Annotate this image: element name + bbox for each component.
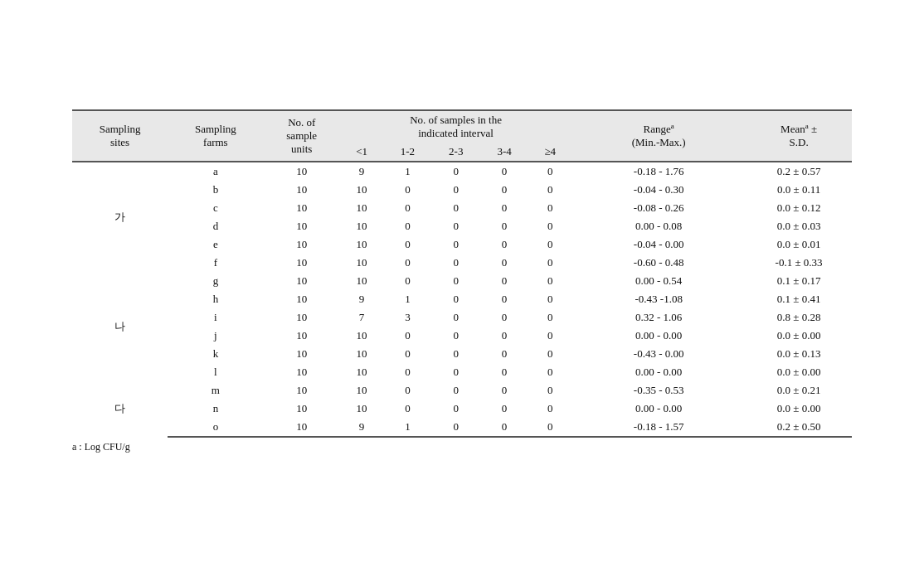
cell-farm: l [168, 363, 263, 381]
cell-interval: 0 [480, 363, 528, 381]
header-range: Rangea(Min.-Max.) [571, 110, 746, 162]
table-row: 다m10100000-0.35 - 0.530.0 ± 0.21 [72, 381, 852, 400]
cell-interval: 0 [432, 254, 480, 272]
cell-farm: a [168, 162, 263, 181]
cell-range: -0.43 -1.08 [571, 290, 746, 308]
cell-mean: 0.0 ± 0.00 [746, 327, 852, 345]
cell-units: 10 [264, 235, 340, 254]
cell-interval: 0 [480, 254, 528, 272]
cell-farm: j [168, 327, 263, 345]
cell-mean: 0.0 ± 0.12 [746, 199, 852, 217]
cell-mean: 0.0 ± 0.01 [746, 235, 852, 254]
table-row: e10100000-0.04 - 0.000.0 ± 0.01 [72, 235, 852, 254]
cell-range: 0.00 - 0.00 [571, 363, 746, 381]
cell-interval: 0 [528, 181, 571, 199]
header-sampling-farms: Samplingfarms [168, 110, 263, 162]
cell-interval: 0 [528, 272, 571, 290]
cell-range: 0.00 - 0.08 [571, 217, 746, 235]
cell-mean: 0.2 ± 0.57 [746, 162, 852, 181]
cell-units: 10 [264, 345, 340, 363]
cell-interval: 1 [383, 418, 431, 437]
cell-interval: 10 [340, 254, 383, 272]
cell-mean: 0.0 ± 0.00 [746, 400, 852, 418]
cell-interval: 10 [340, 235, 383, 254]
cell-interval: 0 [480, 345, 528, 363]
cell-farm: n [168, 400, 263, 418]
cell-interval: 0 [432, 363, 480, 381]
cell-interval: 0 [383, 217, 431, 235]
header-sample-units: No. ofsampleunits [264, 110, 340, 162]
cell-interval: 10 [340, 181, 383, 199]
cell-interval: 0 [432, 308, 480, 327]
cell-mean: 0.8 ± 0.28 [746, 308, 852, 327]
cell-mean: 0.0 ± 0.11 [746, 181, 852, 199]
cell-units: 10 [264, 162, 340, 181]
table-row: 가a1091000-0.18 - 1.760.2 ± 0.57 [72, 162, 852, 181]
cell-interval: 10 [340, 327, 383, 345]
cell-farm: h [168, 290, 263, 308]
cell-interval: 0 [480, 162, 528, 181]
cell-interval: 0 [383, 181, 431, 199]
cell-interval: 0 [480, 327, 528, 345]
header-3-4: 3-4 [480, 143, 528, 162]
cell-interval: 0 [383, 363, 431, 381]
cell-interval: 0 [383, 345, 431, 363]
cell-interval: 0 [480, 235, 528, 254]
cell-farm: g [168, 272, 263, 290]
cell-range: -0.60 - 0.48 [571, 254, 746, 272]
header-1-2: 1-2 [383, 143, 431, 162]
cell-range: -0.04 - 0.00 [571, 235, 746, 254]
header-lt1: <1 [340, 143, 383, 162]
cell-interval: 0 [528, 345, 571, 363]
cell-interval: 1 [383, 162, 431, 181]
cell-interval: 10 [340, 217, 383, 235]
cell-interval: 0 [528, 290, 571, 308]
cell-units: 10 [264, 272, 340, 290]
cell-interval: 7 [340, 308, 383, 327]
cell-interval: 0 [480, 418, 528, 437]
header-2-3: 2-3 [432, 143, 480, 162]
table-wrapper: Samplingsites Samplingfarms No. ofsample… [56, 93, 868, 470]
cell-interval: 0 [432, 400, 480, 418]
cell-farm: o [168, 418, 263, 437]
cell-units: 10 [264, 381, 340, 400]
cell-mean: 0.1 ± 0.41 [746, 290, 852, 308]
cell-interval: 0 [432, 181, 480, 199]
cell-interval: 0 [432, 327, 480, 345]
cell-interval: 0 [528, 199, 571, 217]
cell-interval: 0 [383, 272, 431, 290]
table-row: 나g101000000.00 - 0.540.1 ± 0.17 [72, 272, 852, 290]
cell-interval: 0 [383, 254, 431, 272]
cell-units: 10 [264, 363, 340, 381]
cell-interval: 0 [528, 308, 571, 327]
cell-site: 가 [72, 162, 168, 272]
footnote: a : Log CFU/g [72, 441, 852, 453]
cell-units: 10 [264, 290, 340, 308]
cell-farm: e [168, 235, 263, 254]
cell-farm: m [168, 381, 263, 400]
cell-interval: 0 [528, 400, 571, 418]
cell-interval: 0 [480, 272, 528, 290]
cell-units: 10 [264, 400, 340, 418]
header-interval-group: No. of samples in theindicated interval [340, 110, 571, 143]
cell-mean: 0.0 ± 0.13 [746, 345, 852, 363]
cell-interval: 0 [432, 418, 480, 437]
cell-mean: 0.1 ± 0.17 [746, 272, 852, 290]
cell-interval: 0 [432, 345, 480, 363]
cell-interval: 0 [528, 327, 571, 345]
table-row: o1091000-0.18 - 1.570.2 ± 0.50 [72, 418, 852, 437]
table-row: f10100000-0.60 - 0.48-0.1 ± 0.33 [72, 254, 852, 272]
cell-units: 10 [264, 327, 340, 345]
cell-interval: 0 [432, 199, 480, 217]
cell-units: 10 [264, 254, 340, 272]
cell-range: -0.18 - 1.57 [571, 418, 746, 437]
cell-farm: d [168, 217, 263, 235]
cell-interval: 0 [528, 162, 571, 181]
cell-interval: 0 [432, 235, 480, 254]
cell-interval: 0 [528, 235, 571, 254]
table-row: h1091000-0.43 -1.080.1 ± 0.41 [72, 290, 852, 308]
cell-interval: 0 [383, 235, 431, 254]
table-row: j101000000.00 - 0.000.0 ± 0.00 [72, 327, 852, 345]
cell-interval: 10 [340, 345, 383, 363]
table-row: l101000000.00 - 0.000.0 ± 0.00 [72, 363, 852, 381]
